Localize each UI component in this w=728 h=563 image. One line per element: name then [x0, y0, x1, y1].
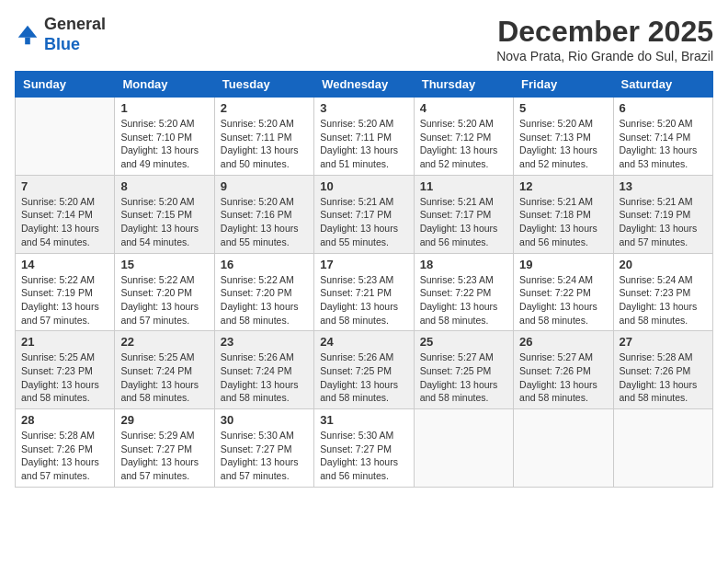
day-number: 22: [120, 335, 208, 349]
svg-marker-0: [18, 25, 38, 37]
weekday-header-tuesday: Tuesday: [214, 72, 313, 98]
calendar-cell: 26Sunrise: 5:27 AMSunset: 7:26 PMDayligh…: [514, 331, 613, 409]
calendar-cell: 14Sunrise: 5:22 AMSunset: 7:19 PMDayligh…: [16, 253, 115, 331]
calendar-cell: 20Sunrise: 5:24 AMSunset: 7:23 PMDayligh…: [613, 253, 712, 331]
day-number: 30: [221, 413, 308, 427]
calendar-cell: 2Sunrise: 5:20 AMSunset: 7:11 PMDaylight…: [214, 98, 313, 176]
day-info: Sunrise: 5:26 AMSunset: 7:24 PMDaylight:…: [221, 350, 308, 405]
day-info: Sunrise: 5:24 AMSunset: 7:22 PMDaylight:…: [519, 273, 607, 327]
day-number: 6: [620, 101, 707, 115]
day-number: 12: [519, 179, 607, 193]
day-number: 24: [320, 335, 407, 349]
day-info: Sunrise: 5:22 AMSunset: 7:20 PMDaylight:…: [221, 273, 308, 327]
day-info: Sunrise: 5:21 AMSunset: 7:19 PMDaylight:…: [620, 195, 707, 249]
calendar-cell: 13Sunrise: 5:21 AMSunset: 7:19 PMDayligh…: [613, 175, 712, 253]
calendar-cell: 17Sunrise: 5:23 AMSunset: 7:21 PMDayligh…: [314, 253, 414, 331]
calendar-week-row: 1Sunrise: 5:20 AMSunset: 7:10 PMDaylight…: [16, 98, 713, 176]
day-info: Sunrise: 5:22 AMSunset: 7:19 PMDaylight:…: [21, 273, 108, 327]
calendar-week-row: 14Sunrise: 5:22 AMSunset: 7:19 PMDayligh…: [16, 253, 713, 331]
calendar-cell: 28Sunrise: 5:28 AMSunset: 7:26 PMDayligh…: [16, 409, 115, 488]
day-number: 26: [519, 335, 607, 349]
weekday-header-sunday: Sunday: [16, 72, 115, 98]
calendar-cell: 3Sunrise: 5:20 AMSunset: 7:11 PMDaylight…: [314, 98, 414, 176]
calendar-week-row: 7Sunrise: 5:20 AMSunset: 7:14 PMDaylight…: [16, 175, 713, 253]
day-info: Sunrise: 5:24 AMSunset: 7:23 PMDaylight:…: [620, 273, 707, 327]
day-number: 19: [519, 258, 607, 271]
day-number: 1: [120, 101, 208, 115]
svg-rect-1: [25, 37, 30, 43]
day-number: 2: [221, 101, 308, 115]
day-info: Sunrise: 5:28 AMSunset: 7:26 PMDaylight:…: [21, 429, 108, 483]
day-info: Sunrise: 5:27 AMSunset: 7:26 PMDaylight:…: [519, 350, 607, 405]
day-number: 18: [420, 258, 507, 271]
calendar-cell: 23Sunrise: 5:26 AMSunset: 7:24 PMDayligh…: [214, 331, 313, 409]
day-info: Sunrise: 5:25 AMSunset: 7:24 PMDaylight:…: [120, 350, 208, 405]
calendar-cell: 19Sunrise: 5:24 AMSunset: 7:22 PMDayligh…: [514, 253, 613, 331]
day-info: Sunrise: 5:28 AMSunset: 7:26 PMDaylight:…: [620, 350, 707, 405]
logo: General Blue: [15, 15, 106, 54]
day-info: Sunrise: 5:23 AMSunset: 7:22 PMDaylight:…: [420, 273, 507, 327]
day-info: Sunrise: 5:20 AMSunset: 7:10 PMDaylight:…: [120, 117, 208, 171]
day-info: Sunrise: 5:20 AMSunset: 7:11 PMDaylight:…: [320, 117, 407, 171]
weekday-header-wednesday: Wednesday: [314, 72, 414, 98]
day-info: Sunrise: 5:30 AMSunset: 7:27 PMDaylight:…: [320, 429, 407, 483]
day-info: Sunrise: 5:21 AMSunset: 7:17 PMDaylight:…: [420, 195, 507, 249]
day-number: 27: [620, 335, 707, 349]
calendar-cell: [414, 409, 513, 488]
day-info: Sunrise: 5:21 AMSunset: 7:17 PMDaylight:…: [320, 195, 407, 249]
calendar-cell: [613, 409, 712, 488]
calendar-cell: 30Sunrise: 5:30 AMSunset: 7:27 PMDayligh…: [214, 409, 313, 488]
calendar-cell: [16, 98, 115, 176]
calendar-cell: 7Sunrise: 5:20 AMSunset: 7:14 PMDaylight…: [16, 175, 115, 253]
day-number: 8: [120, 179, 208, 193]
calendar-week-row: 28Sunrise: 5:28 AMSunset: 7:26 PMDayligh…: [16, 409, 713, 488]
day-info: Sunrise: 5:20 AMSunset: 7:12 PMDaylight:…: [420, 117, 507, 171]
day-number: 5: [519, 101, 607, 115]
calendar-header-row: SundayMondayTuesdayWednesdayThursdayFrid…: [16, 72, 713, 98]
day-number: 11: [420, 179, 507, 193]
day-info: Sunrise: 5:25 AMSunset: 7:23 PMDaylight:…: [21, 350, 108, 405]
day-number: 10: [320, 179, 407, 193]
day-info: Sunrise: 5:23 AMSunset: 7:21 PMDaylight:…: [320, 273, 407, 327]
day-number: 21: [21, 335, 108, 349]
day-number: 7: [21, 179, 108, 193]
calendar-cell: 24Sunrise: 5:26 AMSunset: 7:25 PMDayligh…: [314, 331, 414, 409]
logo-icon: [15, 22, 40, 48]
calendar-cell: 31Sunrise: 5:30 AMSunset: 7:27 PMDayligh…: [314, 409, 414, 488]
calendar-cell: 21Sunrise: 5:25 AMSunset: 7:23 PMDayligh…: [16, 331, 115, 409]
weekday-header-monday: Monday: [115, 72, 214, 98]
calendar-table: SundayMondayTuesdayWednesdayThursdayFrid…: [15, 71, 713, 488]
day-number: 31: [320, 413, 407, 427]
day-number: 14: [21, 258, 108, 271]
day-number: 28: [21, 413, 108, 427]
calendar-cell: 4Sunrise: 5:20 AMSunset: 7:12 PMDaylight…: [414, 98, 513, 176]
day-number: 16: [221, 258, 308, 271]
day-number: 9: [221, 179, 308, 193]
day-info: Sunrise: 5:22 AMSunset: 7:20 PMDaylight:…: [120, 273, 208, 327]
day-number: 13: [620, 179, 707, 193]
day-number: 29: [120, 413, 208, 427]
calendar-cell: [514, 409, 613, 488]
weekday-header-saturday: Saturday: [613, 72, 712, 98]
calendar-cell: 12Sunrise: 5:21 AMSunset: 7:18 PMDayligh…: [514, 175, 613, 253]
day-info: Sunrise: 5:27 AMSunset: 7:25 PMDaylight:…: [420, 350, 507, 405]
day-info: Sunrise: 5:30 AMSunset: 7:27 PMDaylight:…: [221, 429, 308, 483]
calendar-cell: 29Sunrise: 5:29 AMSunset: 7:27 PMDayligh…: [115, 409, 214, 488]
month-title: December 2025: [496, 15, 713, 49]
day-info: Sunrise: 5:20 AMSunset: 7:16 PMDaylight:…: [221, 195, 308, 249]
logo-text: General Blue: [44, 15, 106, 54]
day-info: Sunrise: 5:21 AMSunset: 7:18 PMDaylight:…: [519, 195, 607, 249]
calendar-cell: 8Sunrise: 5:20 AMSunset: 7:15 PMDaylight…: [115, 175, 214, 253]
day-number: 20: [620, 258, 707, 271]
day-number: 23: [221, 335, 308, 349]
calendar-cell: 10Sunrise: 5:21 AMSunset: 7:17 PMDayligh…: [314, 175, 414, 253]
calendar-cell: 6Sunrise: 5:20 AMSunset: 7:14 PMDaylight…: [613, 98, 712, 176]
calendar-cell: 16Sunrise: 5:22 AMSunset: 7:20 PMDayligh…: [214, 253, 313, 331]
calendar-cell: 27Sunrise: 5:28 AMSunset: 7:26 PMDayligh…: [613, 331, 712, 409]
weekday-header-friday: Friday: [514, 72, 613, 98]
logo-blue: Blue: [44, 35, 80, 53]
day-info: Sunrise: 5:20 AMSunset: 7:14 PMDaylight:…: [620, 117, 707, 171]
day-number: 25: [420, 335, 507, 349]
day-info: Sunrise: 5:26 AMSunset: 7:25 PMDaylight:…: [320, 350, 407, 405]
day-number: 15: [120, 258, 208, 271]
